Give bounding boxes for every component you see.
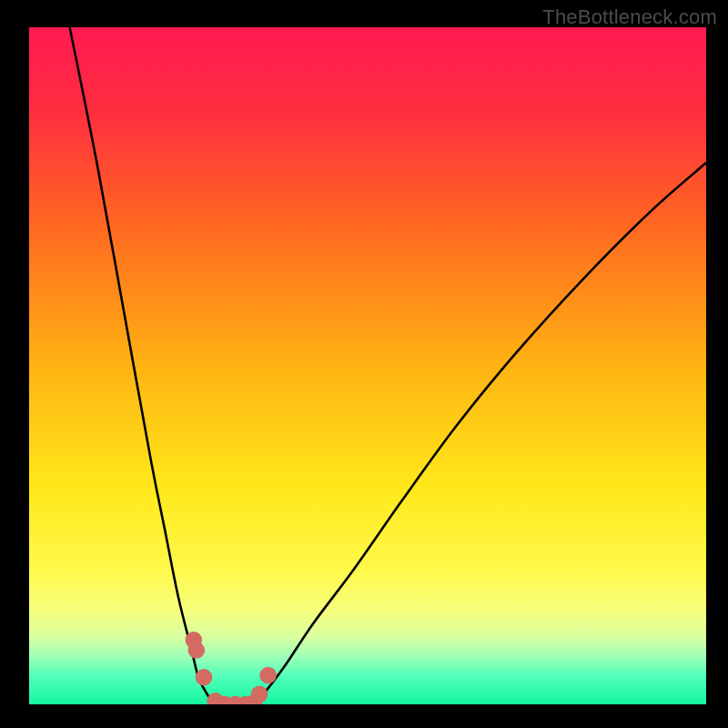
marker-dot (187, 642, 205, 659)
outer-frame: TheBottleneck.com (0, 0, 728, 728)
marker-dot (259, 667, 277, 684)
curve-right-branch (253, 163, 706, 704)
marker-group (185, 632, 276, 704)
marker-dot (196, 669, 213, 686)
marker-dot (251, 686, 268, 703)
watermark-text: TheBottleneck.com (542, 5, 717, 29)
plot-area (29, 27, 706, 704)
curve-left-branch (70, 27, 219, 704)
chart-canvas (29, 27, 706, 704)
